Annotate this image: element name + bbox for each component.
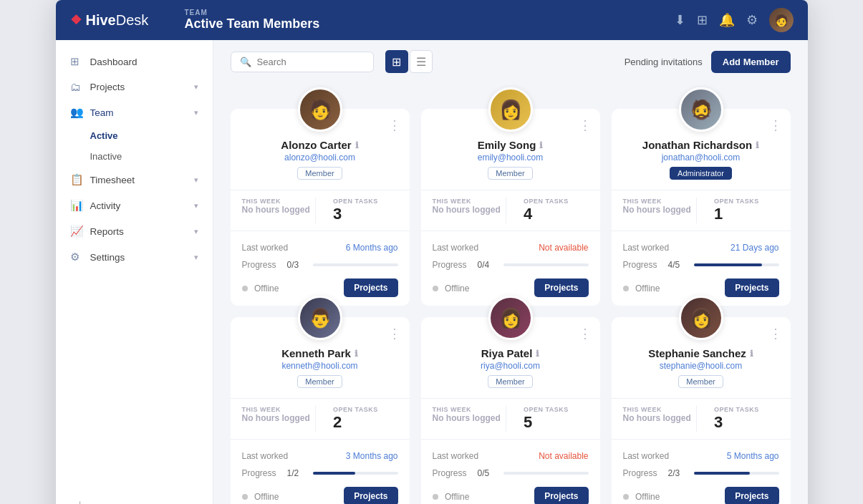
last-worked-value: 6 Months ago: [346, 243, 398, 253]
sidebar-item-projects[interactable]: 🗂 Projects ▾: [56, 74, 213, 100]
card-menu-btn[interactable]: ⋮: [579, 326, 592, 341]
info-icon[interactable]: ℹ: [756, 140, 759, 150]
member-projects-btn[interactable]: Projects: [344, 278, 397, 297]
card-menu-btn[interactable]: ⋮: [388, 117, 401, 133]
open-tasks-label: OPEN TASKS: [705, 198, 779, 205]
member-email: kenneth@hooli.com: [231, 361, 410, 371]
card-avatar-wrap: 👩: [421, 296, 600, 340]
card-footer: Offline Projects: [421, 481, 600, 504]
member-email: jonathan@hooli.com: [612, 152, 791, 163]
card-menu-btn[interactable]: ⋮: [388, 326, 401, 341]
settings-icon[interactable]: ⚙: [746, 12, 758, 28]
card-divider: [231, 190, 410, 190]
progress-fraction: 2/3: [668, 468, 688, 478]
progress-label: Progress: [242, 468, 281, 478]
last-worked-label: Last worked: [433, 451, 479, 461]
status-text: Offline: [254, 492, 279, 502]
sidebar-item-timesheet[interactable]: 📋 Timesheet ▾: [56, 167, 213, 193]
progress-label: Progress: [623, 260, 662, 270]
card-menu-btn[interactable]: ⋮: [769, 326, 782, 341]
member-role-badge: Member: [488, 375, 532, 388]
status-dot: [242, 494, 248, 500]
card-divider-2: [231, 231, 410, 231]
member-email: alonzo@hooli.com: [231, 152, 410, 163]
card-stats: THIS WEEK No hours logged OPEN TASKS 2: [231, 406, 410, 432]
status-dot: [623, 286, 629, 291]
app-window: ❖ HiveDesk TEAM Active Team Members ⬇ ⊞ …: [56, 0, 808, 504]
topbar-section-label: TEAM: [185, 9, 660, 16]
last-worked-value: 5 Months ago: [727, 451, 779, 461]
sidebar-sub-active[interactable]: Active: [90, 125, 213, 146]
sidebar-collapse-btn[interactable]: ⊣: [56, 490, 213, 504]
progress-bar-bg: [313, 472, 398, 475]
card-avatar-wrap: 👨: [231, 296, 410, 340]
member-projects-btn[interactable]: Projects: [344, 487, 397, 504]
members-grid: 🧑 ⋮ Alonzo Carter ℹ alonzo@hooli.com Mem…: [213, 109, 808, 504]
sidebar-sub-inactive[interactable]: Inactive: [90, 146, 213, 167]
status-display: Offline: [433, 281, 470, 294]
reports-icon: 📈: [70, 225, 83, 238]
last-worked-row: Last worked 6 Months ago: [231, 238, 410, 257]
sidebar-item-team[interactable]: 👥 Team ▾: [56, 100, 213, 125]
member-projects-btn[interactable]: Projects: [725, 278, 778, 297]
info-icon[interactable]: ℹ: [355, 349, 358, 359]
settings-arrow-icon: ▾: [194, 253, 198, 262]
card-divider: [421, 190, 600, 190]
status-display: Offline: [623, 490, 660, 503]
progress-row: Progress 1/2: [231, 465, 410, 481]
sidebar-label-timesheet: Timesheet: [90, 175, 135, 185]
sidebar-item-activity[interactable]: 📊 Activity ▾: [56, 193, 213, 218]
card-menu-btn[interactable]: ⋮: [769, 117, 782, 133]
member-role-badge: Administrator: [670, 167, 732, 180]
main-layout: ⊞ Dashboard 🗂 Projects ▾ 👥 Team ▾ Active…: [56, 40, 808, 504]
card-menu-btn[interactable]: ⋮: [579, 117, 592, 133]
add-member-btn[interactable]: Add Member: [711, 51, 791, 73]
info-icon[interactable]: ℹ: [750, 349, 753, 359]
grid-view-btn[interactable]: ⊞: [385, 50, 408, 73]
content-header: 🔍 ⊞ ☰ Pending invitations Add Member: [213, 40, 808, 83]
projects-arrow-icon: ▾: [194, 82, 198, 92]
open-tasks-value: 3: [705, 413, 779, 432]
member-card-alonzo-carter: 🧑 ⋮ Alonzo Carter ℹ alonzo@hooli.com Mem…: [231, 109, 410, 306]
progress-bar-bg: [694, 263, 779, 266]
status-dot: [242, 286, 248, 291]
progress-bar-fill: [694, 472, 751, 475]
last-worked-label: Last worked: [623, 451, 670, 461]
card-avatar-wrap: 🧔: [612, 87, 791, 132]
card-avatar-wrap: 👩: [612, 296, 791, 340]
info-icon[interactable]: ℹ: [536, 349, 539, 359]
progress-bar-fill: [313, 472, 356, 475]
download-icon[interactable]: ⬇: [675, 12, 685, 28]
pending-invitations-btn[interactable]: Pending invitations: [625, 57, 703, 67]
stat-open-tasks: OPEN TASKS 4: [506, 198, 589, 223]
sidebar-item-reports[interactable]: 📈 Reports ▾: [56, 218, 213, 244]
member-projects-btn[interactable]: Projects: [534, 278, 588, 297]
open-tasks-label: OPEN TASKS: [324, 198, 398, 205]
sidebar-label-settings: Settings: [90, 252, 125, 263]
member-email: emily@hooli.com: [421, 152, 600, 163]
bell-icon[interactable]: 🔔: [719, 12, 735, 28]
list-view-btn[interactable]: ☰: [410, 50, 433, 73]
this-week-label: THIS WEEK: [433, 198, 506, 205]
open-tasks-value: 3: [324, 205, 398, 223]
card-stats: THIS WEEK No hours logged OPEN TASKS 5: [421, 406, 600, 432]
user-avatar[interactable]: 🧑: [769, 8, 794, 32]
grid-icon[interactable]: ⊞: [697, 12, 708, 28]
info-icon[interactable]: ℹ: [539, 140, 543, 150]
member-projects-btn[interactable]: Projects: [534, 487, 588, 504]
member-projects-btn[interactable]: Projects: [725, 487, 778, 504]
last-worked-label: Last worked: [623, 243, 670, 253]
info-icon[interactable]: ℹ: [355, 140, 359, 150]
card-divider-2: [421, 439, 600, 440]
member-card-riya-patel: 👩 ⋮ Riya Patel ℹ riya@hooli.com Member T…: [421, 317, 600, 504]
stat-this-week: THIS WEEK No hours logged: [623, 198, 697, 223]
search-input[interactable]: [257, 57, 357, 67]
last-worked-value: 21 Days ago: [731, 243, 778, 253]
sidebar-item-settings[interactable]: ⚙ Settings ▾: [56, 244, 213, 270]
topbar-actions: ⬇ ⊞ 🔔 ⚙ 🧑: [675, 8, 794, 32]
team-icon: 👥: [70, 106, 83, 119]
sidebar-item-dashboard[interactable]: ⊞ Dashboard: [56, 49, 213, 74]
member-avatar: 👩: [679, 296, 723, 340]
sidebar-label-projects: Projects: [90, 82, 125, 92]
stat-open-tasks: OPEN TASKS 3: [696, 406, 779, 432]
